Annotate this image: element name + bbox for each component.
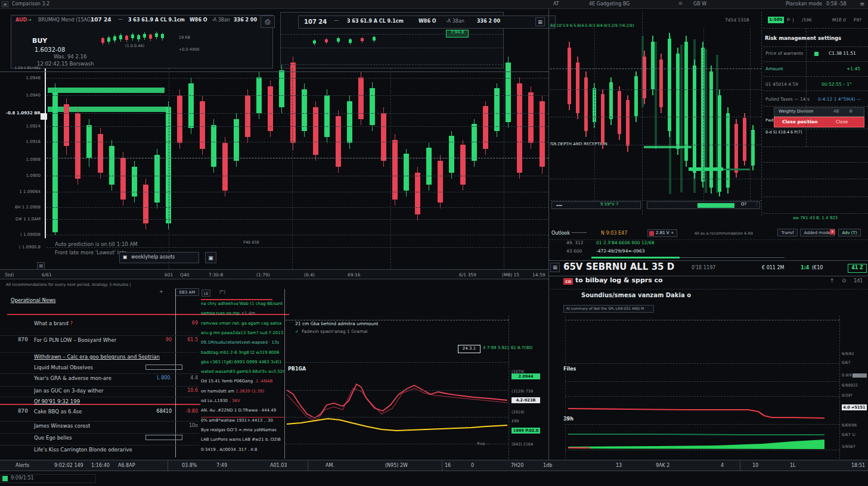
- bell-icon[interactable]: ⊙: [678, 1, 683, 7]
- copy-icon[interactable]: ▣: [205, 252, 216, 263]
- list-item[interactable]: samoa russ na rnp +1.4m: [201, 311, 284, 320]
- log-interval-button[interactable]: 1d1: [854, 279, 863, 284]
- gridline: [565, 381, 839, 382]
- ops-plus[interactable]: +: [159, 289, 163, 295]
- axis-tick-label: (2019): [512, 410, 525, 415]
- list-item[interactable]: LAB LunPons wains LAB #w21 b. O2IB: [201, 437, 284, 446]
- list-item[interactable]: Bye realgas GO'3 =.mna yaNNamas: [201, 428, 284, 437]
- list-item[interactable]: od Lo..L1930 . 36V: [201, 398, 284, 407]
- candle-wick: [610, 77, 612, 125]
- feed-controls[interactable]: |*'|: [219, 290, 225, 295]
- gridline: [763, 106, 868, 107]
- quote-2: 3 63 61.9 A CL 9.1cm: [128, 18, 185, 23]
- topbar-item-gadgeting[interactable]: 4E Gadgeting BG: [589, 2, 630, 7]
- list-item[interactable]: Od 15.41 Yamb P06Gang .1. ANAB: [201, 379, 284, 388]
- risk-row4-label: Pulled Taxes — 14 s: [765, 97, 810, 102]
- depth-ghost-bar: [655, 42, 657, 149]
- list-item[interactable]: AN. Au .#22ND 1 D.TRwwa · 444.49: [201, 408, 284, 418]
- ops-title[interactable]: Operational News: [11, 298, 56, 303]
- table-row[interactable]: James Winswas corest10o: [0, 421, 199, 434]
- list-item[interactable]: 0% amB*wahaw 1931+.4413 , .30: [201, 418, 284, 427]
- search-icon[interactable]: ⊙: [842, 278, 847, 284]
- table-row[interactable]: 870Cake BBQ as 6.4se68410-9.80: [0, 407, 199, 422]
- candle-wick: [361, 71, 362, 125]
- table-row[interactable]: 870For G PLN LOW – Boosyard Wher9061.5: [0, 335, 199, 353]
- table-row[interactable]: Withdrawn – Calc era goo belegruns and S…: [0, 352, 199, 363]
- topbar-item-mode[interactable]: Planskan mode: [786, 2, 822, 7]
- hamburger-icon[interactable]: ≡: [860, 1, 864, 7]
- gridline: [281, 34, 503, 35]
- menu-icon[interactable]: ▤: [2, 1, 8, 7]
- table-row[interactable]: Year's GRA & adverse mon-areL 800.4.4: [0, 373, 199, 387]
- list-item[interactable]: na chry adhekhva'Wab (1 chag 66/sant: [201, 301, 284, 310]
- row-label: Year's GRA & adverse mon-are: [34, 375, 111, 381]
- feed-filter-button[interactable]: L5: [202, 289, 210, 297]
- left-slider-handle[interactable]: [556, 205, 562, 206]
- row-value-2: 61.5: [179, 337, 198, 342]
- axis-tick-label: 0/67 1/: [842, 432, 855, 437]
- feed-red-value: .1. ANAB: [253, 379, 272, 384]
- gridline: [46, 207, 548, 208]
- candle-wick: [727, 107, 728, 194]
- list-item[interactable]: aru-g mn pawa2da13 3am? sud 7.2013: [201, 331, 284, 339]
- volume-profile-bar: [48, 107, 170, 112]
- list-item[interactable]: 0:3419 . A//0034 .317 . 4:8: [201, 447, 284, 456]
- price-axis-label: D# 1 1.0AM: [0, 217, 41, 222]
- ops-badge[interactable]: EB3 AM: [175, 288, 199, 296]
- row-progress-bar: [145, 435, 182, 440]
- chevron-down-icon[interactable]: ▾: [671, 231, 674, 236]
- gridline: [550, 179, 761, 179]
- candle-body: [324, 95, 330, 137]
- gridline: [565, 396, 839, 397]
- price-axis-label: 1 1.09064: [0, 189, 41, 194]
- table-row[interactable]: Of 90'91 9:32 199: [0, 397, 199, 405]
- gear-icon[interactable]: ⚙: [849, 110, 852, 114]
- candle-wick: [395, 134, 396, 205]
- left-slider-track[interactable]: [551, 201, 641, 209]
- candle-wick: [315, 101, 317, 161]
- toolbar-value-5[interactable]: 336 2 00: [477, 19, 500, 24]
- candle-body: [609, 82, 613, 119]
- chart-annotation-line2: Front late more 'Lowest' lots: [55, 250, 126, 256]
- table-row[interactable]: What a brand ?69: [0, 319, 199, 336]
- gridline: [281, 64, 503, 65]
- printer-icon[interactable]: ⎙: [261, 15, 275, 28]
- gridline: [46, 176, 548, 176]
- right-slider-fill[interactable]: [698, 203, 734, 208]
- symbol-title[interactable]: 65V SEBRNU ALL 35 D: [563, 262, 674, 272]
- list-item[interactable]: gba c363 (7g6) 6993 G999 4463 3vG1: [201, 360, 284, 369]
- list-item[interactable]: 09.1M/suducetanetvest-wapsed · 13s: [201, 340, 284, 349]
- axis-marker[interactable]: [41, 113, 47, 120]
- adv-button[interactable]: Adv (T): [838, 229, 861, 236]
- grid-view-icon[interactable]: ⊞: [535, 17, 545, 26]
- list-item[interactable]: badbtag mb1 2-6 3ng8 t2 w319 8006: [201, 350, 284, 359]
- table-row[interactable]: Life's Kiss Carrington Blonde oderarive: [0, 445, 199, 457]
- upload-icon[interactable]: ↑: [830, 278, 835, 284]
- toolbar-value-1[interactable]: 107 24: [304, 18, 327, 25]
- transfer-button[interactable]: Transf: [777, 229, 798, 236]
- added-mode-close-icon[interactable]: ×: [830, 229, 835, 235]
- more-dots-icon[interactable]: ⋮: [755, 202, 759, 207]
- rtoolbar-green-badge[interactable]: 1:505: [768, 17, 784, 23]
- table-row[interactable]: Jan as GUC on 3-day wither10.6: [0, 386, 199, 397]
- time-axis-label: 14.59: [532, 272, 545, 278]
- gridline: [286, 444, 509, 444]
- instrument-delta: +0.0 4900: [179, 48, 199, 52]
- toolbar-value-3[interactable]: W86 O: [418, 19, 436, 24]
- candle-wick: [236, 113, 237, 167]
- toolbar-value-2[interactable]: 3 63 61.9 A CL 9.1cm: [347, 19, 404, 24]
- toolbar-value-4[interactable]: -A 38an: [446, 19, 464, 24]
- row-progress-bar: [145, 364, 182, 370]
- list-item[interactable]: wated wasam83 gamb3 68vt3v av3.32n: [201, 369, 284, 378]
- gridline: [763, 91, 868, 91]
- time-axis-label: Q40: [180, 272, 189, 278]
- candle-body: [75, 113, 80, 179]
- candle-wick: [145, 179, 147, 229]
- list-item[interactable]: ramvwa vman rwt. ga agam cag aatsa: [201, 321, 284, 330]
- price-axis-label: 1.0948: [0, 76, 41, 80]
- list-item[interactable]: on hamidatt am 1.2639 (1:39): [201, 389, 284, 398]
- weighty-division-label: Weighty Division: [779, 110, 814, 114]
- symbol-grid-icon[interactable]: ⊞: [550, 263, 560, 272]
- table-row[interactable]: Que Ego belles: [0, 433, 199, 446]
- table-row[interactable]: Liquid Mutual Obselves: [0, 363, 199, 374]
